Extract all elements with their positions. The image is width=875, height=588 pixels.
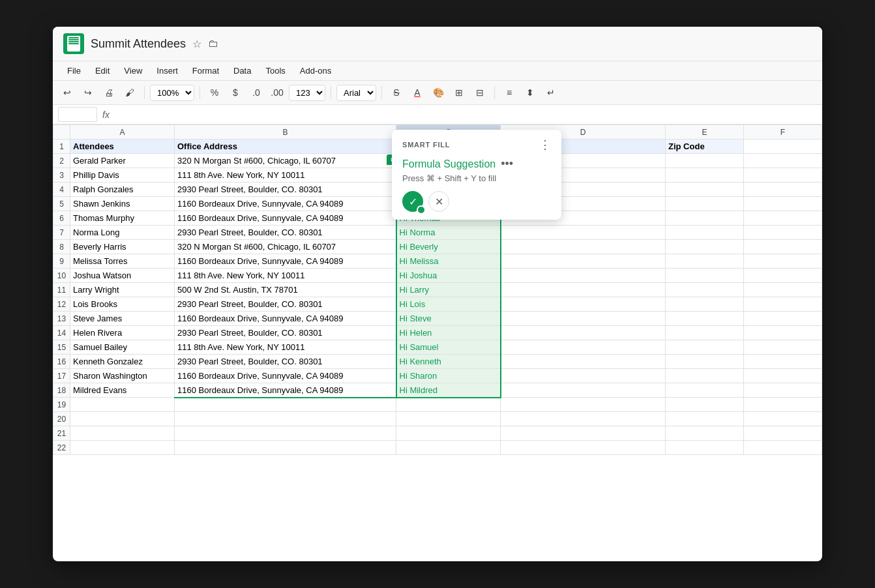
merge-button[interactable]: ⊟ xyxy=(471,83,489,102)
wrap-button[interactable]: ↵ xyxy=(542,83,560,102)
cell-b22[interactable] xyxy=(175,441,396,455)
cell-e20[interactable] xyxy=(666,412,744,426)
cell-b15[interactable]: 111 8th Ave. New York, NY 10011 xyxy=(175,340,396,355)
cell-a4[interactable]: Ralph Gonzales xyxy=(70,183,175,197)
cell-d7[interactable] xyxy=(501,226,666,240)
font-family-select[interactable]: Arial xyxy=(336,85,376,101)
cell-e1[interactable]: Zip Code xyxy=(666,140,744,154)
document-title[interactable]: Summit Attendees xyxy=(91,37,186,51)
cell-e18[interactable] xyxy=(666,383,744,398)
cell-d9[interactable] xyxy=(501,254,666,269)
cell-a16[interactable]: Kenneth Gonzalez xyxy=(70,355,175,369)
increase-decimal-button[interactable]: .00 xyxy=(268,83,286,102)
cell-a19[interactable] xyxy=(70,398,175,412)
folder-icon[interactable]: 🗀 xyxy=(208,38,218,50)
cell-d15[interactable] xyxy=(501,340,666,355)
smart-fill-menu-button[interactable]: ⋮ xyxy=(539,138,551,152)
decline-button[interactable]: ✕ xyxy=(428,191,449,212)
cell-b10[interactable]: 111 8th Ave. New York, NY 10011 xyxy=(175,269,396,283)
cell-e3[interactable] xyxy=(666,168,744,183)
cell-b2[interactable]: 320 N Morgan St #600, Chicago, IL 60707 xyxy=(175,154,396,168)
cell-c13[interactable]: Hi Steve xyxy=(396,312,501,326)
cell-f14[interactable] xyxy=(744,326,822,340)
borders-button[interactable]: ⊞ xyxy=(450,83,468,102)
cell-b18[interactable]: 1160 Bordeaux Drive, Sunnyvale, CA 94089 xyxy=(175,383,396,398)
cell-f3[interactable] xyxy=(744,168,822,183)
menu-addons[interactable]: Add-ons xyxy=(293,63,338,79)
cell-f15[interactable] xyxy=(744,340,822,355)
more-options-button[interactable]: ••• xyxy=(501,157,513,171)
cell-a9[interactable]: Melissa Torres xyxy=(70,254,175,269)
cell-c7[interactable]: Hi Norma xyxy=(396,226,501,240)
cell-d17[interactable] xyxy=(501,369,666,383)
cell-c9[interactable]: Hi Melissa xyxy=(396,254,501,269)
star-icon[interactable]: ☆ xyxy=(192,38,201,50)
cell-c17[interactable]: Hi Sharon xyxy=(396,369,501,383)
align-button[interactable]: ≡ xyxy=(500,83,518,102)
menu-view[interactable]: View xyxy=(117,63,149,79)
cell-f6[interactable] xyxy=(744,211,822,226)
cell-f11[interactable] xyxy=(744,283,822,297)
decrease-decimal-button[interactable]: .0 xyxy=(247,83,265,102)
cell-a21[interactable] xyxy=(70,426,175,441)
cell-e8[interactable] xyxy=(666,240,744,254)
cell-d13[interactable] xyxy=(501,312,666,326)
col-header-f[interactable]: F xyxy=(744,125,822,140)
cell-d18[interactable] xyxy=(501,383,666,398)
cell-a2[interactable]: Gerald Parker xyxy=(70,154,175,168)
cell-c14[interactable]: Hi Helen xyxy=(396,326,501,340)
cell-b11[interactable]: 500 W 2nd St. Austin, TX 78701 xyxy=(175,283,396,297)
cell-d21[interactable] xyxy=(501,426,666,441)
cell-f1[interactable] xyxy=(744,140,822,154)
cell-f8[interactable] xyxy=(744,240,822,254)
valign-button[interactable]: ⬍ xyxy=(521,83,539,102)
cell-e6[interactable] xyxy=(666,211,744,226)
cell-a12[interactable]: Lois Brooks xyxy=(70,297,175,312)
col-header-a[interactable]: A xyxy=(70,125,175,140)
cell-c22[interactable] xyxy=(396,441,501,455)
cell-d19[interactable] xyxy=(501,398,666,412)
cell-b13[interactable]: 1160 Bordeaux Drive, Sunnyvale, CA 94089 xyxy=(175,312,396,326)
cell-a13[interactable]: Steve James xyxy=(70,312,175,326)
cell-a7[interactable]: Norma Long xyxy=(70,226,175,240)
cell-c21[interactable] xyxy=(396,426,501,441)
cell-b6[interactable]: 1160 Bordeaux Drive, Sunnyvale, CA 94089 xyxy=(175,211,396,226)
text-color-button[interactable]: A xyxy=(408,83,426,102)
cell-e16[interactable] xyxy=(666,355,744,369)
print-button[interactable]: 🖨 xyxy=(100,83,118,102)
cell-f12[interactable] xyxy=(744,297,822,312)
cell-b16[interactable]: 2930 Pearl Street, Boulder, CO. 80301 xyxy=(175,355,396,369)
cell-f5[interactable] xyxy=(744,197,822,211)
cell-b7[interactable]: 2930 Pearl Street, Boulder, CO. 80301 xyxy=(175,226,396,240)
cell-b9[interactable]: 1160 Bordeaux Drive, Sunnyvale, CA 94089 xyxy=(175,254,396,269)
cell-b8[interactable]: 320 N Morgan St #600, Chicago, IL 60707 xyxy=(175,240,396,254)
cell-b5[interactable]: 1160 Bordeaux Drive, Sunnyvale, CA 94089 xyxy=(175,197,396,211)
cell-f2[interactable] xyxy=(744,154,822,168)
cell-c8[interactable]: Hi Beverly xyxy=(396,240,501,254)
menu-format[interactable]: Format xyxy=(186,63,226,79)
cell-d16[interactable] xyxy=(501,355,666,369)
cell-a5[interactable]: Shawn Jenkins xyxy=(70,197,175,211)
cell-b4[interactable]: 2930 Pearl Street, Boulder, CO. 80301 xyxy=(175,183,396,197)
cell-e4[interactable] xyxy=(666,183,744,197)
cell-e17[interactable] xyxy=(666,369,744,383)
cell-f13[interactable] xyxy=(744,312,822,326)
cell-b3[interactable]: 111 8th Ave. New York, NY 10011 xyxy=(175,168,396,183)
cell-e14[interactable] xyxy=(666,326,744,340)
cell-c16[interactable]: Hi Kenneth xyxy=(396,355,501,369)
cell-e5[interactable] xyxy=(666,197,744,211)
cell-d10[interactable] xyxy=(501,269,666,283)
cell-a18[interactable]: Mildred Evans xyxy=(70,383,175,398)
cell-e13[interactable] xyxy=(666,312,744,326)
cell-b14[interactable]: 2930 Pearl Street, Boulder, CO. 80301 xyxy=(175,326,396,340)
cell-c12[interactable]: Hi Lois xyxy=(396,297,501,312)
cell-f20[interactable] xyxy=(744,412,822,426)
cell-b12[interactable]: 2930 Pearl Street, Boulder, CO. 80301 xyxy=(175,297,396,312)
cell-f22[interactable] xyxy=(744,441,822,455)
cell-a14[interactable]: Helen Rivera xyxy=(70,326,175,340)
formula-input[interactable] xyxy=(115,110,817,119)
menu-data[interactable]: Data xyxy=(227,63,258,79)
cell-c19[interactable] xyxy=(396,398,501,412)
cell-f18[interactable] xyxy=(744,383,822,398)
cell-b21[interactable] xyxy=(175,426,396,441)
